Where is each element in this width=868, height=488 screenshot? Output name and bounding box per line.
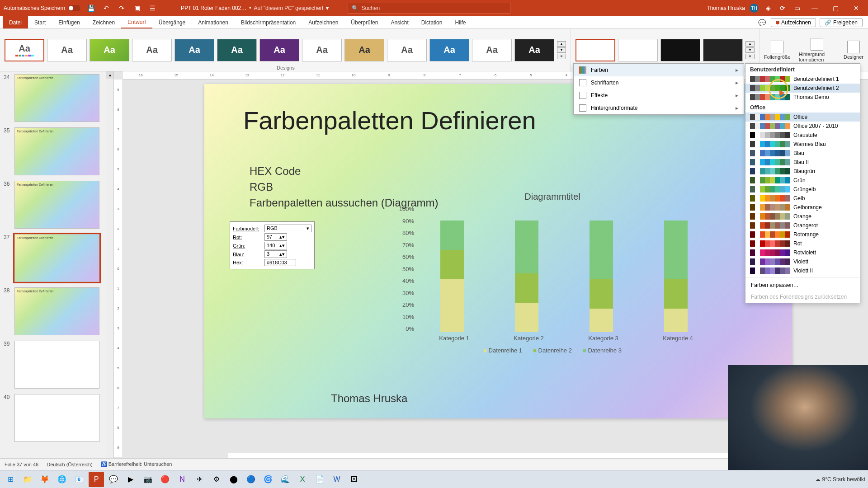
- task-icon[interactable]: 📷: [140, 472, 156, 487]
- tab-zeichnen[interactable]: Zeichnen: [86, 16, 121, 28]
- theme-thumb[interactable]: Aa: [175, 39, 214, 61]
- color-scheme-item[interactable]: Benutzerdefiniert 2: [745, 84, 860, 93]
- color-scheme-item[interactable]: Blaugrün: [745, 167, 860, 176]
- variant-thumb[interactable]: [618, 39, 658, 61]
- author-text[interactable]: Thomas Hruska: [331, 392, 407, 405]
- edge-icon[interactable]: 🌊: [278, 472, 293, 487]
- record-button[interactable]: Aufzeichnen: [771, 18, 816, 27]
- slide-thumbnail[interactable]: 36Farbenpaletten Definieren: [0, 178, 113, 231]
- color-scheme-item[interactable]: Gelb: [745, 194, 860, 203]
- tab-file[interactable]: Datei: [3, 16, 28, 28]
- theme-thumb[interactable]: Aa: [90, 39, 129, 61]
- accessibility-check[interactable]: ♿ Barrierefreiheit: Untersuchen: [101, 461, 172, 467]
- filename-area[interactable]: PPT 01 Roter Faden 002…• Auf "diesem PC"…: [181, 5, 329, 11]
- color-scheme-item[interactable]: Grün: [745, 176, 860, 185]
- slide-counter[interactable]: Folie 37 von 46: [5, 462, 38, 467]
- toggle-switch[interactable]: [68, 5, 80, 11]
- variant-thumb[interactable]: [660, 39, 700, 61]
- task-icon[interactable]: ✈: [192, 472, 207, 487]
- touch-icon[interactable]: ☰: [147, 3, 157, 13]
- color-scheme-item[interactable]: Benutzerdefiniert 1: [745, 75, 860, 84]
- redo-icon[interactable]: ↷: [117, 3, 127, 13]
- menu-colors[interactable]: Farben▸: [574, 64, 744, 76]
- task-icon[interactable]: 🔵: [243, 472, 259, 487]
- theme-thumb[interactable]: Aa: [259, 39, 299, 61]
- tab-übergänge[interactable]: Übergänge: [152, 16, 192, 28]
- theme-thumb[interactable]: Aa: [387, 39, 427, 61]
- close-button[interactable]: ✕: [848, 0, 864, 16]
- present-icon[interactable]: ▣: [132, 3, 142, 13]
- tab-animationen[interactable]: Animationen: [192, 16, 235, 28]
- color-scheme-item[interactable]: Orange: [745, 212, 860, 221]
- theme-thumb[interactable]: Aa: [344, 39, 384, 61]
- color-scheme-item[interactable]: Violett: [745, 257, 860, 266]
- gallery-expand[interactable]: ▴▾≡: [557, 41, 566, 59]
- tab-ansicht[interactable]: Ansicht: [384, 16, 415, 28]
- task-icon[interactable]: ⚙: [209, 472, 224, 487]
- designer-button[interactable]: Designer: [844, 41, 863, 60]
- slide-thumbnail[interactable]: 34Farbenpaletten Definieren: [0, 71, 113, 125]
- search-input[interactable]: 🔍 Suchen: [348, 3, 510, 14]
- theme-thumb[interactable]: Aa: [302, 39, 342, 61]
- task-icon[interactable]: 📄: [312, 472, 327, 487]
- sync-icon[interactable]: ⟳: [778, 3, 788, 13]
- autosave-toggle[interactable]: Automatisches Speichern: [4, 5, 80, 11]
- color-scheme-item[interactable]: Grüngelb: [745, 185, 860, 194]
- hex-input[interactable]: #618C03: [264, 259, 296, 266]
- theme-thumb[interactable]: Aa: [5, 39, 44, 61]
- color-scheme-item[interactable]: Warmes Blau: [745, 140, 860, 149]
- slide-title[interactable]: Farbenpaletten Definieren: [243, 106, 536, 135]
- color-scheme-item[interactable]: Rotorange: [745, 230, 860, 239]
- language-indicator[interactable]: Deutsch (Österreich): [47, 462, 92, 467]
- tab-entwurf[interactable]: Entwurf: [121, 16, 152, 28]
- color-scheme-item[interactable]: Blau: [745, 149, 860, 158]
- slide-thumbnail[interactable]: 38Farbenpaletten Definieren: [0, 285, 113, 338]
- tab-hilfe[interactable]: Hilfe: [448, 16, 472, 28]
- color-scheme-item[interactable]: Graustufe: [745, 131, 860, 140]
- menu-effects[interactable]: Effekte▸: [574, 89, 744, 102]
- save-icon[interactable]: 💾: [86, 3, 96, 13]
- tab-bildschirmpräsentation[interactable]: Bildschirmpräsentation: [235, 16, 302, 28]
- task-icon[interactable]: 🌀: [260, 472, 276, 487]
- color-scheme-item[interactable]: Office 2007 - 2010: [745, 122, 860, 131]
- color-scheme-item[interactable]: Rot: [745, 239, 860, 248]
- variant-thumb[interactable]: [576, 39, 615, 61]
- explorer-icon[interactable]: 📁: [20, 472, 35, 487]
- user-avatar[interactable]: TH: [750, 4, 759, 13]
- theme-thumb[interactable]: Aa: [132, 39, 172, 61]
- task-icon[interactable]: ▶: [123, 472, 138, 487]
- theme-thumb[interactable]: Aa: [47, 39, 87, 61]
- slide-thumbnail[interactable]: 40: [0, 391, 113, 445]
- tab-start[interactable]: Start: [28, 16, 52, 28]
- color-scheme-item[interactable]: Orangerot: [745, 221, 860, 230]
- share-button[interactable]: 🔗Freigeben: [820, 18, 863, 27]
- thumbs-scrollbar[interactable]: ▴▾: [106, 71, 113, 475]
- menu-fonts[interactable]: Schriftarten▸: [574, 76, 744, 89]
- gruen-input[interactable]: 140▴▾: [264, 242, 287, 249]
- color-scheme-item[interactable]: Gelborange: [745, 203, 860, 212]
- tab-einfügen[interactable]: Einfügen: [52, 16, 86, 28]
- start-button[interactable]: ⊞: [3, 472, 18, 487]
- word-icon[interactable]: W: [329, 472, 344, 487]
- user-name[interactable]: Thomas Hruska: [707, 5, 745, 11]
- undo-icon[interactable]: ↶: [101, 3, 111, 13]
- slide-size-button[interactable]: Foliengröße: [764, 41, 791, 60]
- thumbnails-pane[interactable]: 34Farbenpaletten Definieren35Farbenpalet…: [0, 71, 114, 475]
- powerpoint-icon[interactable]: P: [89, 472, 104, 487]
- tab-dictation[interactable]: Dictation: [415, 16, 449, 28]
- color-scheme-item[interactable]: Office: [745, 113, 860, 122]
- minimize-button[interactable]: —: [807, 0, 823, 16]
- tab-aufzeichnen[interactable]: Aufzeichnen: [302, 16, 344, 28]
- theme-thumb[interactable]: Aa: [472, 39, 512, 61]
- theme-thumb[interactable]: Aa: [429, 39, 469, 61]
- diamond-icon[interactable]: ◈: [763, 3, 773, 13]
- excel-icon[interactable]: X: [295, 472, 310, 487]
- ribbon-mode-icon[interactable]: ▭: [792, 3, 802, 13]
- onenote-icon[interactable]: N: [175, 472, 190, 487]
- comments-icon[interactable]: 💬: [757, 18, 767, 28]
- task-icon[interactable]: 💬: [106, 472, 121, 487]
- slide-thumbnail[interactable]: 35Farbenpaletten Definieren: [0, 125, 113, 178]
- color-scheme-item[interactable]: Thomas Demo: [745, 93, 860, 102]
- theme-thumb[interactable]: Aa: [217, 39, 257, 61]
- slide-thumbnail[interactable]: 39: [0, 338, 113, 391]
